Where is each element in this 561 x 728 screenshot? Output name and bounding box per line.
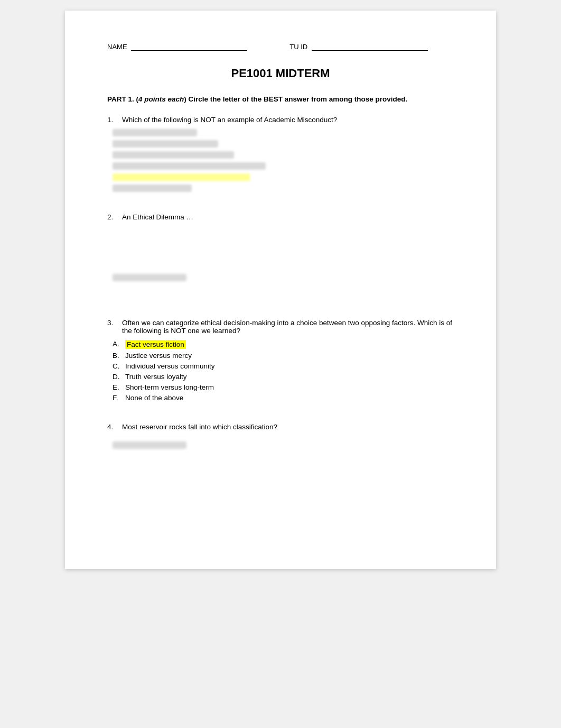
q3-answer-b: B. Justice versus mercy (113, 352, 454, 360)
q3-text-f: None of the above (125, 394, 183, 402)
q3-answer-e: E. Short-term versus long-term (113, 383, 454, 391)
q3-letter-d: D. (113, 373, 122, 381)
q4-blurred-note (107, 441, 454, 449)
q3-number: 3. (107, 319, 118, 335)
q1-blur-5-highlight (113, 173, 250, 181)
question-1: 1. Which of the following is NOT an exam… (107, 116, 454, 192)
q3-letter-a: A. (113, 340, 122, 349)
q3-letter-b: B. (113, 352, 122, 360)
question-1-text: 1. Which of the following is NOT an exam… (107, 116, 454, 124)
page-title: PE1001 MIDTERM (107, 67, 454, 80)
q3-answer-d: D. Truth versus loyalty (113, 373, 454, 381)
question-3-text: 3. Often we can categorize ethical decis… (107, 319, 454, 335)
q3-text-d: Truth versus loyalty (125, 373, 187, 381)
q3-letter-e: E. (113, 383, 122, 391)
q3-body: Often we can categorize ethical decision… (122, 319, 454, 335)
q1-blur-1 (113, 129, 197, 136)
q4-blur (113, 441, 186, 449)
q1-blurred-answers (107, 129, 454, 192)
q4-number: 4. (107, 423, 118, 431)
q1-number: 1. (107, 116, 118, 124)
q1-blur-3 (113, 151, 234, 159)
q1-body: Which of the following is NOT an example… (122, 116, 454, 124)
q1-blur-4 (113, 162, 266, 170)
q1-blur-6 (113, 185, 192, 192)
name-label: NAME (107, 43, 127, 51)
q3-text-b: Justice versus mercy (125, 352, 192, 360)
q3-text-e: Short-term versus long-term (125, 383, 214, 391)
question-4-text: 4. Most reservoir rocks fall into which … (107, 423, 454, 431)
q3-text-c: Individual versus community (125, 362, 215, 370)
q3-answer-a: A. Fact versus fiction (113, 340, 454, 349)
q3-answer-c: C. Individual versus community (113, 362, 454, 370)
q2-blurred-note (107, 274, 454, 281)
question-3: 3. Often we can categorize ethical decis… (107, 319, 454, 402)
q3-answer-f: F. None of the above (113, 394, 454, 402)
question-2: 2. An Ethical Dilemma … (107, 213, 454, 298)
q3-letter-f: F. (113, 394, 122, 402)
tuid-label: TU ID (289, 43, 307, 51)
q3-text-a: Fact versus fiction (125, 340, 186, 349)
name-line (131, 42, 247, 51)
tuid-field: TU ID (289, 42, 428, 51)
question-4: 4. Most reservoir rocks fall into which … (107, 423, 454, 465)
exam-page: NAME TU ID PE1001 MIDTERM PART 1. (4 poi… (65, 11, 496, 569)
q4-body: Most reservoir rocks fall into which cla… (122, 423, 454, 431)
q2-number: 2. (107, 213, 118, 221)
q3-letter-c: C. (113, 362, 122, 370)
name-field: NAME (107, 42, 247, 51)
q3-answers: A. Fact versus fiction B. Justice versus… (107, 340, 454, 402)
q1-blur-2 (113, 140, 218, 148)
q2-blur (113, 274, 186, 281)
tuid-line (312, 42, 428, 51)
question-2-text: 2. An Ethical Dilemma … (107, 213, 454, 221)
part1-heading: PART 1. (4 points each) Circle the lette… (107, 95, 454, 103)
header-fields: NAME TU ID (107, 42, 454, 51)
q2-body: An Ethical Dilemma … (122, 213, 454, 221)
